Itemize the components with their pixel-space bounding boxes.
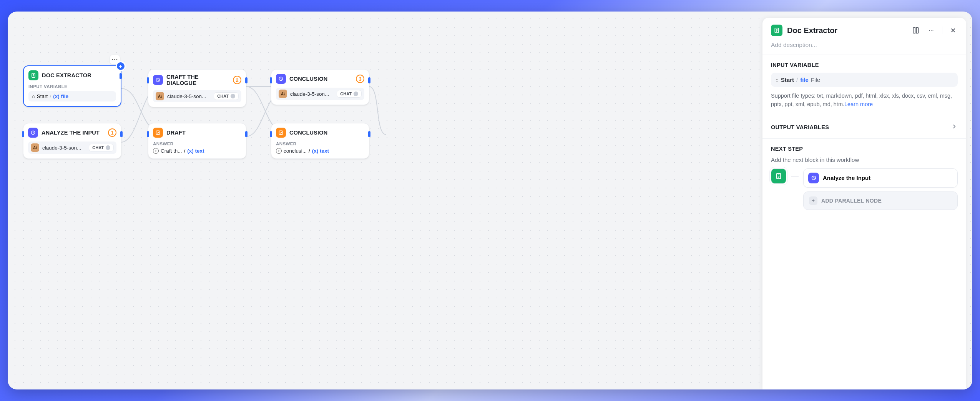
step-number-badge: 3 bbox=[356, 75, 364, 83]
pill-variable: (x) file bbox=[53, 93, 68, 99]
separator: / bbox=[309, 148, 310, 154]
node-conclusion-llm[interactable]: CONCLUSION 3 A\ claude-3-5-son... CHAT bbox=[271, 69, 369, 105]
pill-start: Start bbox=[37, 93, 48, 99]
input-variable-card[interactable]: ⌂ Start / file File bbox=[771, 73, 958, 87]
model-row[interactable]: A\ claude-3-5-son... CHAT bbox=[28, 141, 116, 154]
doc-extractor-icon bbox=[28, 70, 38, 80]
var-start: Start bbox=[781, 77, 794, 83]
more-icon: ··· bbox=[929, 27, 933, 34]
model-name: claude-3-5-son... bbox=[167, 93, 206, 99]
plus-icon: + bbox=[809, 196, 817, 205]
chevron-right-icon bbox=[951, 123, 958, 131]
node-conclusion-answer[interactable]: CONCLUSION ANSWER T conclusi... / (x) te… bbox=[271, 123, 369, 159]
output-port[interactable] bbox=[120, 73, 122, 79]
node-title: DOC EXTRACTOR bbox=[42, 72, 91, 78]
llm-icon bbox=[808, 173, 819, 183]
output-port[interactable] bbox=[368, 77, 370, 83]
input-port[interactable] bbox=[270, 131, 272, 137]
node-title: CRAFT THE DIALOGUE bbox=[166, 74, 229, 86]
close-button[interactable] bbox=[948, 26, 958, 35]
answer-icon bbox=[276, 128, 286, 138]
section-next-step: NEXT STEP Add the next block in this wor… bbox=[762, 138, 966, 217]
section-output-variables[interactable]: OUTPUT VARIABLES bbox=[762, 116, 966, 138]
learn-more-link[interactable]: Learn more bbox=[844, 101, 873, 107]
llm-ref-icon: T bbox=[153, 148, 159, 154]
node-title: CONCLUSION bbox=[289, 130, 327, 136]
model-name: claude-3-5-son... bbox=[290, 91, 329, 97]
home-icon: ⌂ bbox=[32, 93, 35, 99]
answer-variable-row[interactable]: T Craft th... / (x) text bbox=[153, 148, 241, 154]
separator: / bbox=[184, 148, 186, 154]
answer-icon bbox=[153, 128, 163, 138]
docs-button[interactable] bbox=[911, 26, 920, 35]
var-key: file bbox=[800, 77, 809, 83]
llm-icon bbox=[153, 75, 163, 85]
input-port[interactable] bbox=[147, 131, 149, 137]
connector-line bbox=[791, 176, 799, 176]
eye-icon bbox=[354, 92, 358, 96]
input-port[interactable] bbox=[270, 77, 272, 83]
home-icon: ⌂ bbox=[776, 77, 779, 83]
separator: / bbox=[796, 77, 798, 83]
node-draft[interactable]: DRAFT ANSWER T Craft th... / (x) text bbox=[148, 123, 246, 159]
input-variable-pill[interactable]: ⌂ Start / (x) file bbox=[28, 91, 116, 101]
llm-icon bbox=[276, 74, 286, 84]
section-title: NEXT STEP bbox=[771, 146, 958, 152]
output-port[interactable] bbox=[245, 77, 247, 83]
section-input-variable: INPUT VARIABLE ⌂ Start / file File Suppo… bbox=[762, 55, 966, 116]
current-node-icon bbox=[771, 168, 786, 184]
mode-chip: CHAT bbox=[214, 92, 239, 100]
section-subtext: Add the next block in this workflow bbox=[771, 156, 958, 163]
model-row[interactable]: A\ claude-3-5-son... CHAT bbox=[153, 90, 241, 102]
panel-title: Doc Extractor bbox=[787, 26, 837, 35]
var-type: File bbox=[811, 77, 820, 83]
eye-icon bbox=[231, 94, 235, 98]
more-icon: ··· bbox=[112, 56, 118, 63]
panel-more-button[interactable]: ··· bbox=[927, 26, 936, 35]
panel-header: Doc Extractor ··· bbox=[762, 18, 966, 42]
divider bbox=[942, 27, 942, 34]
node-details-panel: Doc Extractor ··· Add description... INP… bbox=[762, 18, 966, 389]
input-port[interactable] bbox=[147, 77, 149, 83]
add-parallel-node-button[interactable]: + ADD PARALLEL NODE bbox=[803, 191, 958, 210]
add-branch-button[interactable]: + bbox=[117, 62, 125, 70]
output-port[interactable] bbox=[368, 131, 370, 137]
help-text: Support file types: txt, markdown, pdf, … bbox=[771, 92, 958, 109]
anthropic-icon: A\ bbox=[156, 92, 164, 100]
llm-ref-icon: T bbox=[276, 148, 282, 154]
section-label: ANSWER bbox=[153, 141, 241, 146]
node-craft-dialogue[interactable]: CRAFT THE DIALOGUE 2 A\ claude-3-5-son..… bbox=[148, 69, 246, 107]
answer-ref: conclusi... bbox=[284, 148, 307, 154]
mode-chip: CHAT bbox=[337, 90, 362, 98]
node-doc-extractor[interactable]: + DOC EXTRACTOR INPUT VARIABLE ⌂ Start /… bbox=[23, 65, 121, 107]
next-node-card[interactable]: Analyze the Input bbox=[803, 168, 958, 188]
answer-variable-row[interactable]: T conclusi... / (x) text bbox=[276, 148, 364, 154]
model-name: claude-3-5-son... bbox=[42, 145, 81, 151]
section-title: INPUT VARIABLE bbox=[771, 62, 958, 68]
node-analyze-input[interactable]: ANALYZE THE INPUT 1 A\ claude-3-5-son...… bbox=[23, 123, 121, 159]
input-port[interactable] bbox=[22, 131, 24, 137]
node-title: CONCLUSION bbox=[289, 76, 327, 82]
anthropic-icon: A\ bbox=[31, 143, 39, 152]
section-title: OUTPUT VARIABLES bbox=[771, 124, 829, 130]
step-number-badge: 2 bbox=[233, 76, 241, 84]
anthropic-icon: A\ bbox=[279, 90, 287, 98]
app-frame: ··· + DOC EXTRACTOR INPUT VARIABLE ⌂ Sta… bbox=[8, 12, 972, 389]
variable: (x) text bbox=[187, 148, 204, 154]
answer-ref: Craft th... bbox=[161, 148, 182, 154]
variable: (x) text bbox=[312, 148, 329, 154]
model-row[interactable]: A\ claude-3-5-son... CHAT bbox=[276, 88, 364, 100]
section-label: ANSWER bbox=[276, 141, 364, 146]
node-title: DRAFT bbox=[166, 130, 186, 136]
description-input[interactable]: Add description... bbox=[762, 42, 966, 55]
doc-extractor-icon bbox=[771, 25, 782, 36]
output-port[interactable] bbox=[120, 131, 123, 137]
node-title: ANALYZE THE INPUT bbox=[42, 130, 100, 136]
next-node-label: Analyze the Input bbox=[823, 175, 870, 181]
eye-icon bbox=[106, 145, 110, 150]
output-port[interactable] bbox=[245, 131, 247, 137]
mode-chip: CHAT bbox=[89, 144, 114, 151]
step-number-badge: 1 bbox=[108, 128, 116, 137]
add-parallel-label: ADD PARALLEL NODE bbox=[821, 198, 882, 204]
llm-icon bbox=[28, 128, 38, 138]
